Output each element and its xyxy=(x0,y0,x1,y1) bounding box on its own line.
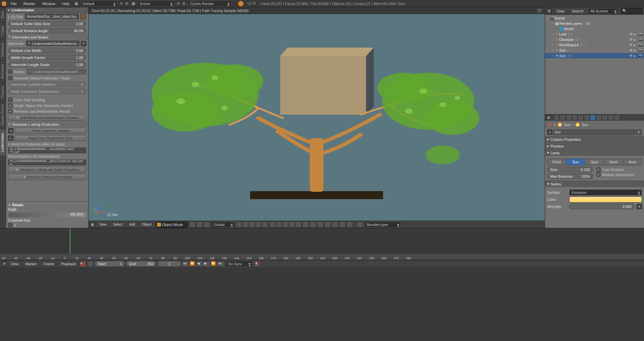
constraint-x-checkbox[interactable] xyxy=(8,223,12,227)
ctx-object-icon[interactable] xyxy=(578,115,584,120)
internode-field[interactable]: ✧LindenmakerDefaultInterno… xyxy=(26,41,79,46)
strength-node-dot[interactable]: ● xyxy=(637,204,642,209)
tl-menu-marker[interactable]: Marker xyxy=(23,261,40,267)
remove-last-checkbox[interactable] xyxy=(8,109,12,113)
keyframe-prev-icon[interactable]: ⏪ xyxy=(190,261,196,267)
apply-step-icon[interactable]: ▷ xyxy=(8,135,13,141)
nodes-header[interactable]: ▾Nodes xyxy=(545,181,644,187)
tree-row-soil[interactable]: +▽Soil| ✧👁▸📷 xyxy=(545,48,644,53)
render-result[interactable]: (1) Sun xyxy=(89,14,545,221)
render-cancel-button[interactable]: ✕ xyxy=(537,8,542,13)
tree-row-obstacle[interactable]: +▽Obstacle| ✧👁▸📷 xyxy=(545,37,644,42)
outliner-menu-search[interactable]: Search xyxy=(569,8,586,14)
vp-menu-select[interactable]: Select xyxy=(111,222,125,227)
recreate-checkbox[interactable] xyxy=(8,76,12,80)
tree-row-scene[interactable]: −🎬Scene xyxy=(545,15,644,21)
nodes-checkbox[interactable] xyxy=(8,69,12,74)
opengl-render-icon[interactable] xyxy=(339,222,345,228)
tree-row-sun[interactable]: +☀Sun| ✧👁▸📷 xyxy=(545,53,644,58)
crumb-object[interactable]: Sun xyxy=(564,123,571,127)
manipulator-icon[interactable] xyxy=(204,222,210,228)
render-slot-dropdown[interactable]: RenderLayer xyxy=(364,222,401,228)
emission-color-swatch[interactable] xyxy=(569,196,642,203)
play-icon[interactable]: ▶ xyxy=(204,261,210,267)
layers-buttons[interactable] xyxy=(236,222,301,228)
turtle-step-field[interactable]: Default Turtle Step Size:2.00 xyxy=(8,21,86,26)
tl-menu-frame[interactable]: Frame xyxy=(41,261,57,267)
interpret-button[interactable]: Interpret L-string via Turtle Graphics xyxy=(8,167,86,173)
scene-remove-button[interactable]: ✕ xyxy=(181,1,186,6)
audio-mute-icon[interactable]: 🔇 xyxy=(254,261,260,267)
lindenmaker-panel-header[interactable]: ▼Lindenmaker xyxy=(6,7,88,13)
screen-layout-dropdown[interactable]: Default xyxy=(80,1,117,7)
properties-editor-icon[interactable]: ▤ xyxy=(546,115,551,120)
outliner-display-dropdown[interactable]: All Scenes xyxy=(588,8,619,14)
scene-browse-icon[interactable]: ▦ xyxy=(131,1,136,6)
crumb-data[interactable]: Sun xyxy=(582,123,588,127)
ctx-renderlayers-icon[interactable] xyxy=(560,115,566,120)
tab-tools[interactable]: Tools xyxy=(0,7,6,22)
editor-type-icon[interactable] xyxy=(1,1,7,6)
apply-step-button[interactable]: Apply One Production Step xyxy=(15,135,86,141)
keying-set-icon[interactable] xyxy=(87,261,93,267)
vp-menu-object[interactable]: Object xyxy=(139,222,154,227)
ctx-render-icon[interactable] xyxy=(554,115,559,120)
timeline-editor-icon[interactable]: ◔ xyxy=(1,261,7,267)
tab-animation[interactable]: Animation xyxy=(0,60,6,82)
lock-camera-icon[interactable] xyxy=(303,222,309,228)
lamp-bounces-field[interactable]: Max Bounces:1024 xyxy=(547,173,593,179)
lamp-type-point[interactable]: Point xyxy=(547,159,566,165)
strength-field[interactable]: 3.000 xyxy=(569,204,635,209)
internode-unlink-button[interactable]: ✕ xyxy=(81,41,86,46)
editor-type-3dview-icon[interactable]: ◧ xyxy=(90,222,95,227)
produce-button[interactable]: Produce Step and Interpret xyxy=(8,174,86,180)
menu-file[interactable]: File xyxy=(8,1,19,6)
tl-menu-playback[interactable]: Playback xyxy=(58,261,79,267)
layout-add-button[interactable]: + xyxy=(119,1,124,6)
ctx-texture-icon[interactable] xyxy=(602,115,608,120)
lamp-type-sun[interactable]: Sun xyxy=(566,159,585,165)
end-frame-field[interactable]: End:250 xyxy=(126,261,156,267)
rotation-angle-field[interactable]: Default Rotation Angle:45.00 xyxy=(8,28,86,34)
clear-lstrings-icon[interactable]: ✕ xyxy=(8,128,13,133)
lpy-file-field[interactable]: /home/niko/Doc…tions_object.lpy xyxy=(25,14,79,19)
tree-row-renderlayers[interactable]: +▦RenderLayers| ▦ xyxy=(545,21,644,26)
lamp-name-field[interactable]: Sun xyxy=(553,129,635,135)
fake-user-button[interactable]: F xyxy=(636,129,642,135)
play-reverse-icon[interactable]: ◀ xyxy=(197,261,203,267)
clear-lstrings-button[interactable]: Clear Current L-strings xyxy=(15,128,86,134)
snap-icon[interactable] xyxy=(317,222,323,228)
tab-physics[interactable]: Physics xyxy=(0,82,6,101)
lstring-field[interactable]: I(2,0.800000000000000…,5)L(9)/(45)^(30)~… xyxy=(8,148,86,153)
line-width-field[interactable]: Default Line Width:0.50 xyxy=(8,48,86,53)
current-frame-field[interactable]: 1 xyxy=(158,261,181,267)
layout-remove-button[interactable]: ✕ xyxy=(124,1,129,6)
pin-icon[interactable]: 📌 xyxy=(547,123,552,127)
ctx-constraints-icon[interactable] xyxy=(584,115,590,120)
proportional-icon[interactable] xyxy=(310,222,316,228)
shading-solid-icon[interactable] xyxy=(189,222,195,228)
lamp-type-spot[interactable]: Spot xyxy=(585,159,604,165)
ctx-scene-icon[interactable] xyxy=(566,115,572,120)
ctx-particles-icon[interactable] xyxy=(608,115,614,120)
outliner-editor-icon[interactable]: ≣ xyxy=(546,8,552,14)
flat-shading-checkbox[interactable] xyxy=(8,98,12,102)
homomorphism-field[interactable]: F(2,0.800000000000000…)]F(1,0.6)/(137.5)… xyxy=(8,160,86,165)
outliner-tree[interactable]: −🎬Scene+▦RenderLayers| ▦🌐World+▽Leaf| ✧👁… xyxy=(545,15,644,114)
scene-add-button[interactable]: + xyxy=(176,1,181,6)
tree-row-world[interactable]: 🌐World xyxy=(545,26,644,32)
playhead[interactable] xyxy=(70,228,70,254)
last-op-header[interactable]: ▼Rotate xyxy=(8,202,86,208)
file-browse-button[interactable] xyxy=(80,14,86,19)
timeline-ruler[interactable]: -50-40-30-20-100102030405060708090100110… xyxy=(0,254,644,260)
keyframe-next-icon[interactable]: ⏩ xyxy=(211,261,217,267)
outliner-search[interactable]: 🔍 xyxy=(621,8,643,14)
render-engine-dropdown[interactable]: Cycles Render xyxy=(188,1,231,7)
vp-menu-view[interactable]: View xyxy=(97,222,109,227)
vp-menu-add[interactable]: Add xyxy=(126,222,138,227)
ctx-world-icon[interactable] xyxy=(572,115,578,120)
opengl-anim-icon[interactable] xyxy=(347,222,353,228)
tab-create[interactable]: Create xyxy=(0,22,6,39)
menu-window[interactable]: Window xyxy=(40,1,58,6)
scene-dropdown[interactable]: Scene xyxy=(138,1,174,7)
